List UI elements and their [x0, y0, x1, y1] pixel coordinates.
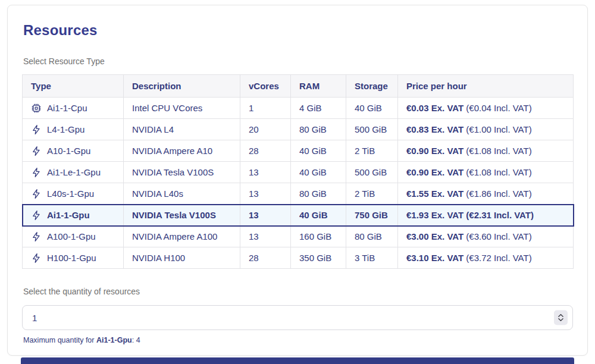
- cell-ram: 40 GiB: [291, 140, 346, 162]
- cell-vcores: 13: [240, 205, 291, 226]
- type-label: H100-1-Gpu: [47, 253, 96, 263]
- cpu-icon: [31, 103, 42, 114]
- table-row[interactable]: H100-1-GpuNVIDIA H10028350 GiB3 TiB€3.10…: [23, 247, 574, 269]
- zap-icon: [31, 167, 42, 178]
- cell-type: H100-1-Gpu: [23, 247, 124, 269]
- cell-price: €3.00 Ex. VAT (€3.60 Incl. VAT): [398, 226, 574, 247]
- price-ex-vat: €0.90 Ex. VAT: [406, 167, 464, 177]
- table-row[interactable]: A10-1-GpuNVIDIA Ampere A102840 GiB2 TiB€…: [23, 140, 574, 162]
- cell-type: L40s-1-Gpu: [23, 183, 124, 205]
- cell-type: Ai1-Le-1-Gpu: [23, 162, 124, 183]
- cell-ram: 40 GiB: [291, 205, 346, 226]
- cell-storage: 500 GiB: [346, 162, 398, 183]
- cell-ram: 350 GiB: [291, 247, 346, 269]
- quantity-stepper[interactable]: [554, 310, 568, 325]
- price-incl-vat: (€1.86 Incl. VAT): [464, 189, 532, 199]
- resource-type-label: Select Resource Type: [23, 57, 572, 67]
- cell-description: Intel CPU VCores: [124, 98, 240, 119]
- chevron-up-icon: [558, 314, 563, 318]
- cell-description: NVIDIA Tesla V100S: [124, 205, 240, 226]
- price-ex-vat: €0.83 Ex. VAT: [406, 124, 464, 134]
- type-label: L40s-1-Gpu: [47, 189, 94, 199]
- price-incl-vat: (€3.60 Incl. VAT): [464, 231, 532, 241]
- cell-price: €0.90 Ex. VAT (€1.08 Incl. VAT): [398, 140, 574, 162]
- cell-storage: 80 GiB: [346, 226, 398, 247]
- cell-description: NVIDIA Ampere A100: [124, 226, 240, 247]
- chevron-down-icon: [558, 318, 563, 322]
- quantity-input[interactable]: [22, 305, 573, 330]
- cell-ram: 80 GiB: [291, 183, 346, 205]
- cell-price: €0.83 Ex. VAT (€1.00 Incl. VAT): [398, 119, 574, 140]
- price-incl-vat: (€3.72 Incl. VAT): [464, 253, 532, 263]
- cell-vcores: 28: [240, 247, 291, 269]
- table-row[interactable]: Ai1-1-CpuIntel CPU VCores14 GiB40 GiB€0.…: [23, 98, 574, 119]
- price-incl-vat: (€0.04 Incl. VAT): [464, 103, 532, 113]
- price-ex-vat: €1.55 Ex. VAT: [406, 189, 464, 199]
- cell-vcores: 13: [240, 226, 291, 247]
- cell-description: NVIDIA Tesla V100S: [124, 162, 240, 183]
- cell-price: €0.90 Ex. VAT (€1.08 Incl. VAT): [398, 162, 574, 183]
- footer-bar: [21, 357, 574, 364]
- cell-vcores: 28: [240, 140, 291, 162]
- header-storage: Storage: [346, 75, 398, 98]
- cell-description: NVIDIA L40s: [124, 183, 240, 205]
- cell-price: €1.55 Ex. VAT (€1.86 Incl. VAT): [398, 183, 574, 205]
- cell-price: €0.03 Ex. VAT (€0.04 Incl. VAT): [398, 98, 574, 119]
- cell-storage: 2 TiB: [346, 140, 398, 162]
- zap-icon: [31, 146, 42, 156]
- type-label: A100-1-Gpu: [47, 231, 96, 241]
- cell-price: €1.93 Ex. VAT (€2.31 Incl. VAT): [398, 205, 574, 226]
- type-label: Ai1-1-Cpu: [47, 103, 87, 113]
- table-row[interactable]: A100-1-GpuNVIDIA Ampere A10013160 GiB80 …: [23, 226, 574, 247]
- cell-vcores: 20: [240, 119, 291, 140]
- header-price: Price per hour: [398, 75, 574, 98]
- zap-icon: [31, 124, 42, 135]
- max-quantity-helper: Maximum quantity for Ai1-1-Gpu: 4: [23, 336, 572, 345]
- cell-ram: 4 GiB: [291, 98, 346, 119]
- cell-vcores: 13: [240, 183, 291, 205]
- price-incl-vat: (€1.00 Incl. VAT): [464, 124, 532, 134]
- page-title: Resources: [23, 22, 572, 39]
- price-ex-vat: €1.93 Ex. VAT: [406, 210, 464, 220]
- zap-icon: [31, 189, 42, 199]
- table-row[interactable]: Ai1-1-GpuNVIDIA Tesla V100S1340 GiB750 G…: [23, 205, 574, 226]
- cell-type: A100-1-Gpu: [23, 226, 124, 247]
- cell-type: Ai1-1-Gpu: [23, 205, 124, 226]
- zap-icon: [31, 231, 42, 242]
- helper-resource-name: Ai1-1-Gpu: [96, 336, 132, 344]
- type-label: L4-1-Gpu: [47, 124, 84, 134]
- cell-ram: 160 GiB: [291, 226, 346, 247]
- price-ex-vat: €0.90 Ex. VAT: [406, 146, 464, 156]
- price-ex-vat: €3.00 Ex. VAT: [406, 231, 464, 241]
- table-row[interactable]: Ai1-Le-1-GpuNVIDIA Tesla V100S1340 GiB50…: [23, 162, 574, 183]
- cell-type: L4-1-Gpu: [23, 119, 124, 140]
- quantity-field-wrap: [22, 305, 573, 330]
- cell-storage: 40 GiB: [346, 98, 398, 119]
- cell-description: NVIDIA Ampere A10: [124, 140, 240, 162]
- table-row[interactable]: L4-1-GpuNVIDIA L42080 GiB500 GiB€0.83 Ex…: [23, 119, 574, 140]
- price-incl-vat: (€1.08 Incl. VAT): [464, 167, 532, 177]
- header-vcores: vCores: [240, 75, 291, 98]
- helper-suffix: : 4: [132, 336, 140, 344]
- cell-storage: 500 GiB: [346, 119, 398, 140]
- resources-card: Resources Select Resource Type Type Desc…: [7, 5, 588, 356]
- cell-description: NVIDIA L4: [124, 119, 240, 140]
- cell-type: Ai1-1-Cpu: [23, 98, 124, 119]
- price-incl-vat: (€1.08 Incl. VAT): [464, 146, 532, 156]
- header-type: Type: [23, 75, 124, 98]
- cell-storage: 750 GiB: [346, 205, 398, 226]
- helper-prefix: Maximum quantity for: [23, 336, 96, 344]
- resource-table-body: Ai1-1-CpuIntel CPU VCores14 GiB40 GiB€0.…: [23, 98, 574, 269]
- type-label: A10-1-Gpu: [47, 146, 90, 156]
- cell-description: NVIDIA H100: [124, 247, 240, 269]
- cell-storage: 2 TiB: [346, 183, 398, 205]
- cell-price: €3.10 Ex. VAT (€3.72 Incl. VAT): [398, 247, 574, 269]
- table-header-row: Type Description vCores RAM Storage Pric…: [23, 75, 574, 98]
- type-label: Ai1-Le-1-Gpu: [47, 167, 101, 177]
- table-row[interactable]: L40s-1-GpuNVIDIA L40s1380 GiB2 TiB€1.55 …: [23, 183, 574, 205]
- cell-type: A10-1-Gpu: [23, 140, 124, 162]
- price-ex-vat: €3.10 Ex. VAT: [406, 253, 464, 263]
- cell-vcores: 1: [240, 98, 291, 119]
- price-ex-vat: €0.03 Ex. VAT: [406, 103, 464, 113]
- zap-icon: [31, 253, 42, 263]
